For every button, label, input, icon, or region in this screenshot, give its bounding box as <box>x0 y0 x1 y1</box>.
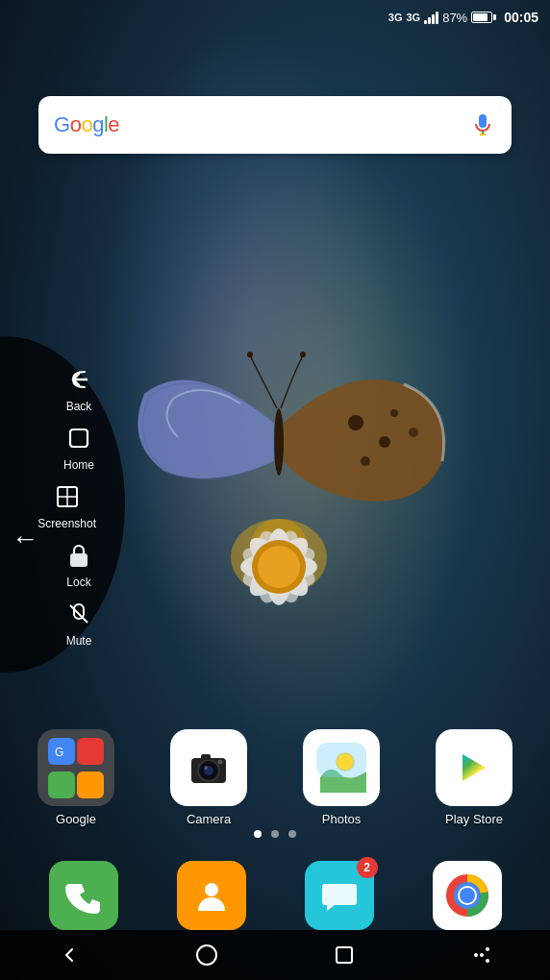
battery-percent: 87% <box>442 11 467 25</box>
page-dot-1[interactable] <box>254 830 262 838</box>
messages-badge: 2 <box>357 857 378 878</box>
floating-back-arrow[interactable]: ← <box>12 524 38 554</box>
battery-icon <box>471 12 496 23</box>
home-label: Home <box>63 458 94 472</box>
page-dot-3[interactable] <box>288 830 296 838</box>
svg-point-42 <box>205 883 218 896</box>
nav-menu-button[interactable] <box>461 934 503 976</box>
google-folder-icon: G <box>38 729 114 806</box>
mute-icon <box>62 597 96 631</box>
svg-point-13 <box>348 415 363 430</box>
dock-phone[interactable] <box>49 861 118 930</box>
svg-point-17 <box>409 428 418 437</box>
network-type-1: 3G <box>388 12 403 23</box>
svg-point-12 <box>274 408 284 476</box>
back-icon <box>62 362 96 397</box>
svg-point-49 <box>474 953 478 957</box>
svg-point-52 <box>486 959 489 963</box>
home-icon <box>62 421 96 455</box>
status-time: 00:05 <box>504 10 538 25</box>
svg-point-47 <box>197 945 216 965</box>
svg-rect-22 <box>70 429 88 447</box>
quick-lock[interactable]: Lock <box>62 538 96 589</box>
folder-mini-orange <box>77 772 104 798</box>
svg-rect-35 <box>201 754 211 760</box>
screenshot-icon <box>50 479 85 514</box>
svg-point-40 <box>338 754 353 770</box>
camera-app[interactable]: Camera <box>161 729 257 826</box>
playstore-app[interactable]: Play Store <box>426 729 522 826</box>
google-logo: Google <box>54 112 119 137</box>
photos-app[interactable]: Photos <box>293 729 389 826</box>
svg-point-51 <box>486 947 489 951</box>
svg-line-27 <box>70 605 88 623</box>
playstore-label: Play Store <box>445 812 503 826</box>
screenshot-label: Screenshot <box>38 517 96 530</box>
svg-point-36 <box>218 760 223 765</box>
svg-point-46 <box>460 888 475 903</box>
dock-contacts[interactable] <box>177 861 246 930</box>
folder-mini-green <box>48 772 75 798</box>
nav-back-button[interactable] <box>48 934 90 976</box>
lock-icon <box>62 538 96 573</box>
quick-screenshot[interactable]: Screenshot <box>38 479 96 530</box>
dock-messages[interactable]: 2 <box>305 861 374 930</box>
google-folder-label: Google <box>56 812 96 826</box>
signal-bars <box>424 12 438 24</box>
phone-icon <box>49 861 118 930</box>
nav-recents-button[interactable] <box>323 934 365 976</box>
contacts-icon <box>177 861 246 930</box>
dock: 2 <box>0 861 550 930</box>
status-bar: 3G 3G 87% 00:05 <box>0 0 550 35</box>
photos-icon <box>303 729 380 806</box>
svg-point-15 <box>361 456 370 466</box>
nav-bar <box>0 930 550 980</box>
app-grid: G Google <box>0 729 550 826</box>
quick-mute[interactable]: Mute <box>62 597 96 648</box>
playstore-icon <box>436 729 512 806</box>
photos-label: Photos <box>322 812 361 826</box>
wallpaper-butterfly <box>48 144 510 644</box>
mic-icon[interactable] <box>469 111 496 138</box>
svg-point-18 <box>247 352 253 357</box>
folder-mini-google: G <box>48 738 75 765</box>
nav-home-button[interactable] <box>186 934 228 976</box>
mute-label: Mute <box>66 634 92 648</box>
quick-back[interactable]: Back <box>62 362 96 413</box>
search-bar[interactable]: Google <box>38 96 512 154</box>
camera-icon <box>170 729 247 806</box>
svg-point-19 <box>300 352 306 357</box>
svg-rect-48 <box>337 947 352 963</box>
svg-rect-26 <box>70 553 88 567</box>
lock-label: Lock <box>66 576 90 589</box>
quick-home[interactable]: Home <box>62 421 96 472</box>
chrome-icon <box>433 861 502 930</box>
folder-mini-red <box>77 738 104 765</box>
svg-point-14 <box>379 436 390 448</box>
svg-point-50 <box>480 953 484 957</box>
svg-point-34 <box>204 766 208 770</box>
svg-point-11 <box>258 546 300 588</box>
page-dots <box>0 830 550 838</box>
camera-label: Camera <box>187 812 231 826</box>
network-type-2: 3G <box>406 12 420 23</box>
svg-text:G: G <box>55 746 63 759</box>
back-label: Back <box>66 400 92 413</box>
svg-point-16 <box>390 409 398 417</box>
google-folder-app[interactable]: G Google <box>28 729 124 826</box>
dock-chrome[interactable] <box>433 861 502 930</box>
page-dot-2[interactable] <box>271 830 279 838</box>
